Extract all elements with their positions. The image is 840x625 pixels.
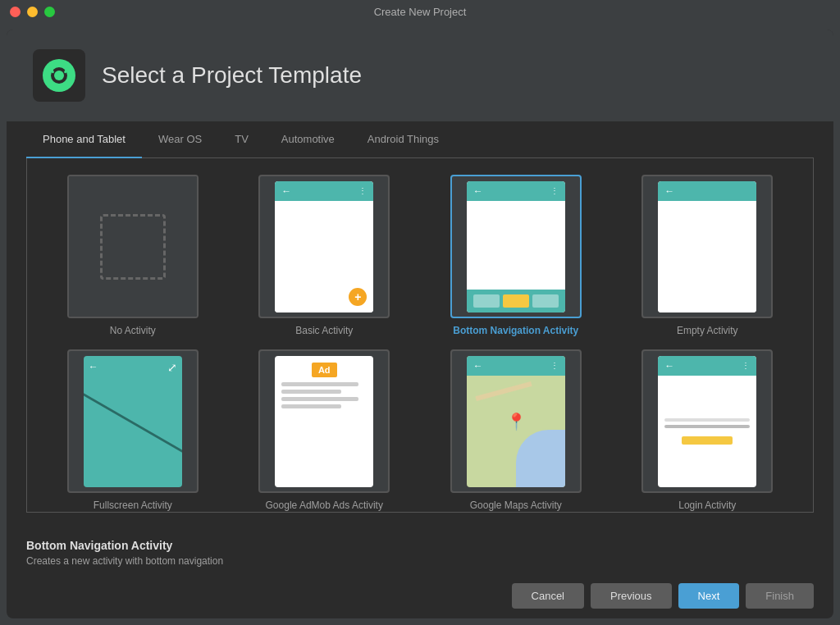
- ad-badge: Ad: [312, 363, 337, 377]
- ad-line-4: [281, 404, 341, 408]
- window-title: Create New Project: [374, 6, 467, 18]
- ad-line-3: [281, 397, 358, 401]
- map-visual: ← ⋮ 📍: [467, 356, 565, 487]
- empty-phone-mockup: ←: [658, 181, 756, 312]
- ad-line-2: [281, 390, 341, 394]
- back-arrow-icon: ←: [281, 185, 291, 197]
- templates-grid: No Activity ← ⋮ +: [43, 175, 797, 511]
- bottom-nav-body: [467, 201, 565, 290]
- back-arrow-icon: ←: [473, 185, 483, 197]
- template-basic-activity[interactable]: ← ⋮ + Basic Activity: [235, 175, 414, 336]
- map-pin-icon: 📍: [506, 412, 527, 431]
- expand-icon: ⤢: [167, 361, 177, 374]
- previous-button[interactable]: Previous: [591, 583, 672, 609]
- minimize-button[interactable]: [27, 7, 38, 17]
- fullscreen-visual: ← ⤢: [84, 356, 182, 487]
- tab-things[interactable]: Android Things: [351, 121, 455, 158]
- template-thumb-no-activity: [67, 175, 199, 318]
- template-label-basic: Basic Activity: [295, 325, 353, 336]
- bottom-nav-mockup: ← ⋮: [467, 181, 565, 312]
- title-bar: Create New Project: [0, 0, 840, 23]
- back-arrow-icon: ←: [89, 361, 98, 372]
- back-arrow-icon: ←: [664, 360, 674, 372]
- login-top-bar: ← ⋮: [658, 356, 756, 376]
- dialog-title: Select a Project Template: [102, 62, 362, 89]
- template-label-ad: Google AdMob Ads Activity: [266, 500, 383, 511]
- diagonal-line: [84, 372, 182, 473]
- map-road: [475, 381, 532, 401]
- more-options-icon: ⋮: [550, 186, 559, 195]
- description-text: Creates a new activity with bottom navig…: [26, 555, 814, 567]
- back-arrow-icon: ←: [473, 360, 483, 372]
- template-description: Bottom Navigation Activity Creates a new…: [7, 526, 833, 573]
- basic-phone-mockup: ← ⋮ +: [275, 181, 373, 312]
- nav-item-1: [473, 294, 500, 308]
- dialog-content: Phone and Tablet Wear OS TV Automotive A…: [7, 121, 833, 526]
- map-water: [516, 430, 565, 487]
- tab-tv[interactable]: TV: [218, 121, 265, 158]
- tab-bar: Phone and Tablet Wear OS TV Automotive A…: [26, 121, 814, 158]
- nav-item-active: [503, 294, 529, 308]
- window-controls: [10, 7, 55, 17]
- more-options-icon: ⋮: [358, 186, 367, 195]
- svg-point-2: [54, 71, 64, 80]
- finish-button[interactable]: Finish: [746, 583, 814, 609]
- description-title: Bottom Navigation Activity: [26, 539, 814, 552]
- template-thumb-basic: ← ⋮ +: [258, 175, 390, 318]
- android-logo: [33, 49, 85, 102]
- template-label-empty: Empty Activity: [677, 325, 738, 336]
- templates-area: No Activity ← ⋮ +: [26, 158, 814, 513]
- login-visual: ← ⋮: [658, 356, 756, 487]
- template-thumb-empty: ←: [641, 175, 773, 318]
- template-label-login: Login Activity: [678, 500, 736, 511]
- template-label-maps: Google Maps Activity: [470, 500, 562, 511]
- more-options-icon: ⋮: [742, 361, 750, 370]
- template-fullscreen[interactable]: ← ⤢ Fullscreen Activity: [43, 349, 222, 511]
- template-thumb-fullscreen: ← ⤢: [67, 349, 199, 493]
- template-thumb-login: ← ⋮: [641, 349, 773, 493]
- nav-item-3: [532, 294, 559, 308]
- next-button[interactable]: Next: [678, 583, 740, 609]
- template-no-activity[interactable]: No Activity: [43, 175, 222, 336]
- dialog-footer: Cancel Previous Next Finish: [7, 573, 833, 618]
- login-submit-button: [682, 436, 733, 445]
- empty-top-bar: ←: [658, 181, 756, 201]
- template-thumb-bottom-nav: ← ⋮: [450, 175, 582, 318]
- login-email-field: [664, 418, 750, 422]
- map-top-bar: ← ⋮: [467, 356, 565, 376]
- tab-automotive[interactable]: Automotive: [265, 121, 351, 158]
- cancel-button[interactable]: Cancel: [512, 583, 584, 609]
- login-password-field: [664, 425, 750, 428]
- tab-wear[interactable]: Wear OS: [142, 121, 218, 158]
- more-options-icon: ⋮: [550, 361, 559, 370]
- bottom-nav-top-bar: ← ⋮: [467, 181, 565, 201]
- template-ad-activity[interactable]: Ad Google AdMob Ads Activity: [235, 349, 414, 511]
- template-label-no-activity: No Activity: [110, 325, 156, 336]
- bottom-nav-bar: [467, 290, 565, 312]
- no-activity-visual: [69, 176, 197, 317]
- dialog-header: Select a Project Template: [7, 30, 833, 121]
- ad-lines: [281, 382, 367, 408]
- empty-body: [658, 201, 756, 312]
- maximize-button[interactable]: [44, 7, 55, 17]
- template-thumb-maps: ← ⋮ 📍: [450, 349, 582, 493]
- template-bottom-nav[interactable]: ← ⋮ Bottom Navigation Activity: [427, 175, 605, 336]
- template-thumb-ad: Ad: [258, 349, 390, 493]
- close-button[interactable]: [10, 7, 21, 17]
- basic-body: +: [275, 201, 373, 312]
- dialog: Select a Project Template Phone and Tabl…: [7, 30, 833, 618]
- android-studio-icon: [39, 56, 79, 95]
- template-label-bottom-nav: Bottom Navigation Activity: [453, 325, 578, 336]
- template-empty-activity[interactable]: ← Empty Activity: [619, 175, 797, 336]
- ad-visual: Ad: [275, 356, 373, 487]
- basic-top-bar: ← ⋮: [275, 181, 373, 201]
- tab-phone[interactable]: Phone and Tablet: [26, 121, 142, 158]
- template-login[interactable]: ← ⋮ Login Activity: [619, 349, 797, 511]
- template-label-fullscreen: Fullscreen Activity: [94, 500, 172, 511]
- dashed-placeholder: [100, 214, 166, 280]
- fab-icon: +: [349, 288, 367, 306]
- login-body: [658, 376, 756, 487]
- template-maps[interactable]: ← ⋮ 📍 Google Maps Activity: [427, 349, 605, 511]
- back-arrow-icon: ←: [664, 185, 674, 197]
- ad-line-1: [281, 382, 358, 386]
